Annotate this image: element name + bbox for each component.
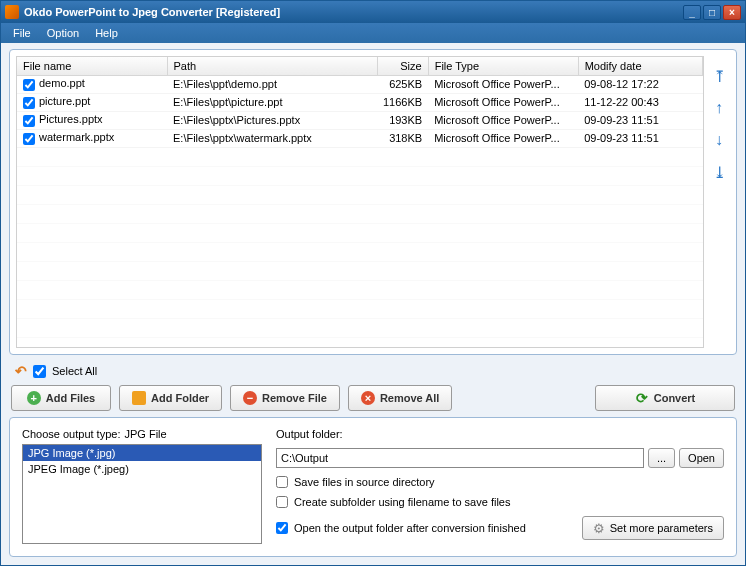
set-more-parameters-button[interactable]: ⚙Set more parameters bbox=[582, 516, 724, 540]
menu-help[interactable]: Help bbox=[89, 25, 124, 41]
select-all-label: Select All bbox=[52, 365, 97, 377]
action-buttons-row: +Add Files Add Folder −Remove File ×Remo… bbox=[9, 385, 737, 411]
app-icon bbox=[5, 5, 19, 19]
col-filename[interactable]: File name bbox=[17, 57, 167, 75]
file-table: File name Path Size File Type Modify dat… bbox=[17, 57, 703, 148]
content-area: File name Path Size File Type Modify dat… bbox=[1, 43, 745, 565]
x-icon: × bbox=[361, 391, 375, 405]
row-checkbox[interactable] bbox=[23, 79, 35, 91]
select-all-row: ↶ Select All bbox=[9, 361, 737, 379]
output-panel: Choose output type: JPG File JPG Image (… bbox=[9, 417, 737, 557]
row-checkbox[interactable] bbox=[23, 133, 35, 145]
open-after-option[interactable]: Open the output folder after conversion … bbox=[276, 522, 572, 534]
open-folder-button[interactable]: Open bbox=[679, 448, 724, 468]
add-folder-button[interactable]: Add Folder bbox=[119, 385, 222, 411]
output-type-column: Choose output type: JPG File JPG Image (… bbox=[22, 428, 262, 544]
reload-icon: ↶ bbox=[15, 363, 27, 379]
output-folder-column: Output folder: ... Open Save files in so… bbox=[276, 428, 724, 544]
menu-option[interactable]: Option bbox=[41, 25, 85, 41]
col-type[interactable]: File Type bbox=[428, 57, 578, 75]
select-all-checkbox[interactable] bbox=[33, 365, 46, 378]
file-type-label: JPG File bbox=[124, 428, 166, 440]
table-row[interactable]: watermark.pptxE:\Files\pptx\watermark.pp… bbox=[17, 129, 703, 147]
plus-icon: + bbox=[27, 391, 41, 405]
titlebar: Okdo PowerPoint to Jpeg Converter [Regis… bbox=[1, 1, 745, 23]
create-subfolder-checkbox[interactable] bbox=[276, 496, 288, 508]
save-source-option[interactable]: Save files in source directory bbox=[276, 476, 724, 488]
minimize-button[interactable]: _ bbox=[683, 5, 701, 20]
minus-icon: − bbox=[243, 391, 257, 405]
file-list-panel: File name Path Size File Type Modify dat… bbox=[9, 49, 737, 355]
close-button[interactable]: × bbox=[723, 5, 741, 20]
row-checkbox[interactable] bbox=[23, 115, 35, 127]
save-source-checkbox[interactable] bbox=[276, 476, 288, 488]
convert-button[interactable]: ⟳Convert bbox=[595, 385, 735, 411]
row-checkbox[interactable] bbox=[23, 97, 35, 109]
add-files-button[interactable]: +Add Files bbox=[11, 385, 111, 411]
list-item[interactable]: JPG Image (*.jpg) bbox=[23, 445, 261, 461]
move-bottom-button[interactable]: ⤓ bbox=[709, 162, 729, 182]
move-up-button[interactable]: ↑ bbox=[709, 98, 729, 118]
remove-all-button[interactable]: ×Remove All bbox=[348, 385, 453, 411]
create-subfolder-option[interactable]: Create subfolder using filename to save … bbox=[276, 496, 724, 508]
output-type-listbox[interactable]: JPG Image (*.jpg) JPEG Image (*.jpeg) bbox=[22, 444, 262, 544]
choose-output-label: Choose output type: bbox=[22, 428, 120, 440]
file-table-wrap: File name Path Size File Type Modify dat… bbox=[16, 56, 704, 348]
open-after-checkbox[interactable] bbox=[276, 522, 288, 534]
list-item[interactable]: JPEG Image (*.jpeg) bbox=[23, 461, 261, 477]
window-title: Okdo PowerPoint to Jpeg Converter [Regis… bbox=[24, 6, 683, 18]
convert-icon: ⟳ bbox=[635, 391, 649, 405]
col-date[interactable]: Modify date bbox=[578, 57, 702, 75]
gear-icon: ⚙ bbox=[593, 521, 605, 536]
folder-icon bbox=[132, 391, 146, 405]
col-size[interactable]: Size bbox=[377, 57, 428, 75]
move-down-button[interactable]: ↓ bbox=[709, 130, 729, 150]
menu-file[interactable]: File bbox=[7, 25, 37, 41]
table-row[interactable]: Pictures.pptxE:\Files\pptx\Pictures.pptx… bbox=[17, 111, 703, 129]
app-window: Okdo PowerPoint to Jpeg Converter [Regis… bbox=[0, 0, 746, 566]
output-folder-input[interactable] bbox=[276, 448, 644, 468]
maximize-button[interactable]: □ bbox=[703, 5, 721, 20]
remove-file-button[interactable]: −Remove File bbox=[230, 385, 340, 411]
output-folder-label: Output folder: bbox=[276, 428, 724, 440]
browse-button[interactable]: ... bbox=[648, 448, 675, 468]
col-path[interactable]: Path bbox=[167, 57, 377, 75]
table-row[interactable]: demo.pptE:\Files\ppt\demo.ppt625KBMicros… bbox=[17, 75, 703, 93]
table-row[interactable]: picture.pptE:\Files\ppt\picture.ppt1166K… bbox=[17, 93, 703, 111]
menubar: File Option Help bbox=[1, 23, 745, 43]
move-top-button[interactable]: ⤒ bbox=[709, 66, 729, 86]
reorder-controls: ⤒ ↑ ↓ ⤓ bbox=[708, 56, 730, 348]
empty-rows bbox=[17, 148, 703, 348]
